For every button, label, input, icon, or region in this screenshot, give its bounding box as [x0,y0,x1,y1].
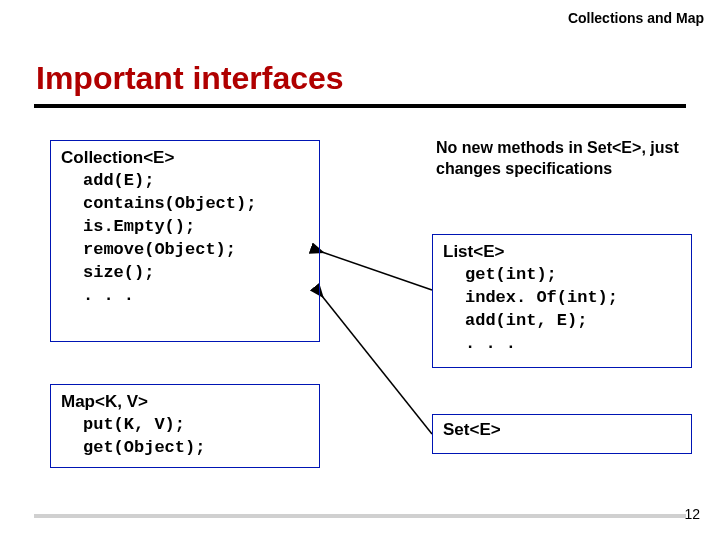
map-head: Map<K, V> [61,391,309,414]
collection-head: Collection<E> [61,147,309,170]
list-body: get(int); index. Of(int); add(int, E); .… [443,264,681,356]
title-rule [34,104,686,108]
set-note: No new methods in Set<E>, just changes s… [436,138,696,180]
footer-rule [34,514,686,518]
box-map: Map<K, V> put(K, V); get(Object); [50,384,320,468]
box-collection: Collection<E> add(E); contains(Object); … [50,140,320,342]
box-list: List<E> get(int); index. Of(int); add(in… [432,234,692,368]
box-set: Set<E> [432,414,692,454]
list-head: List<E> [443,241,681,264]
slide: Collections and Map Important interfaces… [0,0,720,540]
set-head: Set<E> [443,419,681,442]
svg-line-1 [322,252,432,290]
header-label: Collections and Map [564,10,704,27]
collection-body: add(E); contains(Object); is.Empty(); re… [61,170,309,308]
page-number: 12 [684,506,700,522]
svg-line-2 [322,296,432,434]
slide-title: Important interfaces [36,60,344,97]
map-body: put(K, V); get(Object); [61,414,309,460]
